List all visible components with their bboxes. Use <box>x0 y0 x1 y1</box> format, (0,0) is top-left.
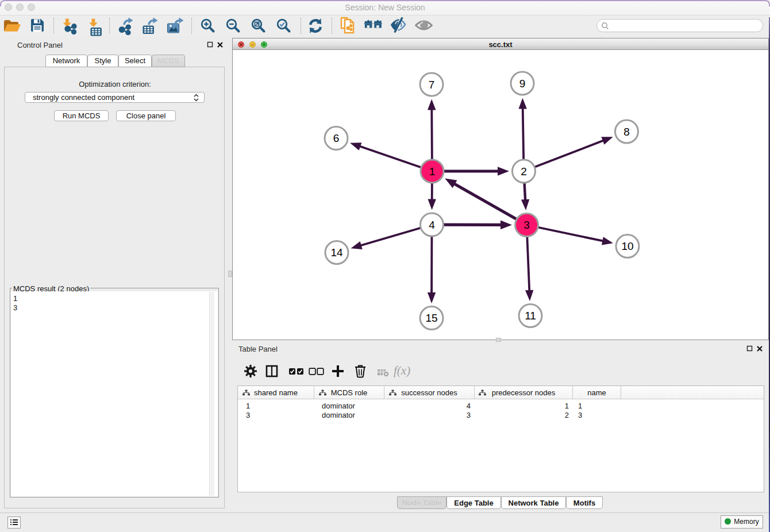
svg-text:2: 2 <box>521 165 527 178</box>
svg-text:11: 11 <box>525 310 536 322</box>
svg-text:3: 3 <box>523 219 530 231</box>
svg-text:6: 6 <box>333 132 340 144</box>
svg-text:4: 4 <box>429 219 435 231</box>
svg-text:15: 15 <box>425 312 437 324</box>
svg-text:f(x): f(x) <box>394 364 410 377</box>
svg-text:9: 9 <box>519 78 526 90</box>
svg-text:7: 7 <box>429 79 435 91</box>
svg-text:10: 10 <box>621 240 633 252</box>
svg-text:8: 8 <box>623 126 630 138</box>
svg-text:14: 14 <box>330 246 343 259</box>
svg-text:1: 1 <box>429 165 436 178</box>
